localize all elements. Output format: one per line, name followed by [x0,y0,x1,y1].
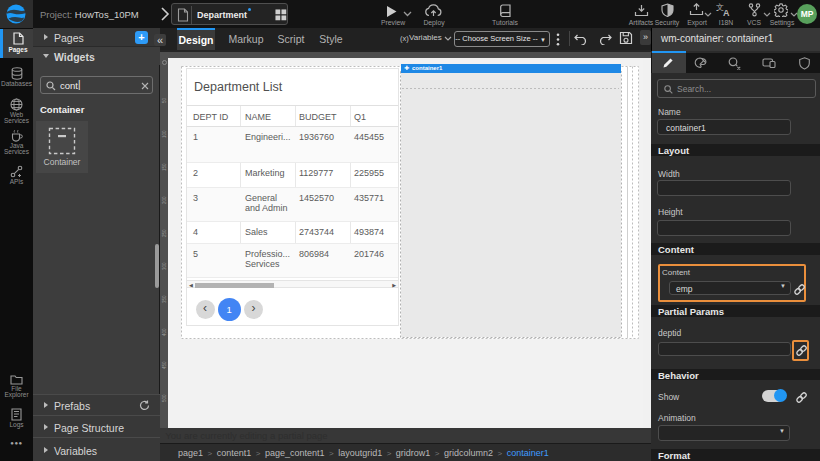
svg-text:A: A [723,8,730,17]
